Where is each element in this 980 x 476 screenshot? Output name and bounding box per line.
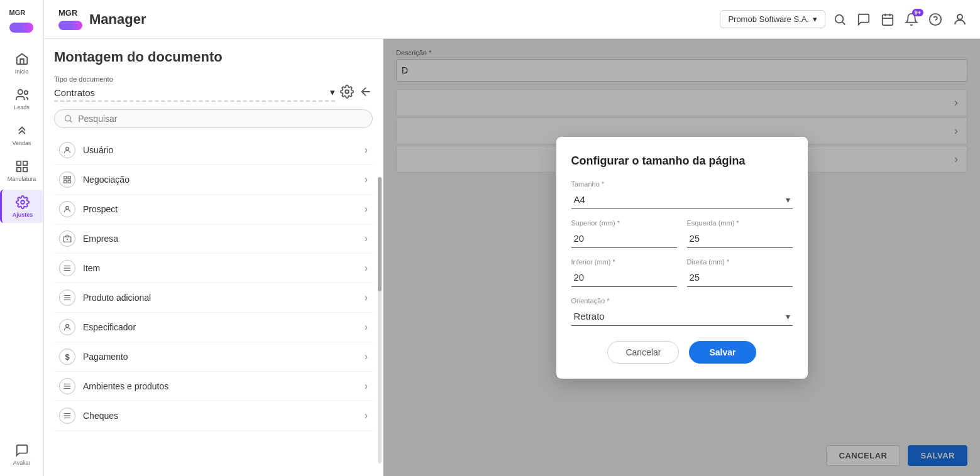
modal-direita-label: Direita (mm) *	[687, 258, 793, 266]
expand-icon: ›	[365, 174, 368, 185]
list-item[interactable]: Negociação ›	[54, 165, 373, 195]
svg-rect-3	[23, 161, 26, 165]
avaliar-icon	[14, 443, 30, 458]
modal-margins-bottom-row: Inferior (mm) * Direita (mm) *	[571, 258, 793, 287]
app-title: Manager	[89, 11, 146, 28]
modal-esquerda-input[interactable]	[687, 229, 793, 248]
modal-size-select[interactable]: A4 A3 Letter Legal	[571, 190, 793, 209]
modal-orientation-wrapper: Retrato Paisagem ▾	[571, 307, 793, 326]
sidebar-label-ajustes: Ajustes	[13, 212, 33, 218]
svg-rect-17	[68, 180, 70, 183]
user-profile-button[interactable]	[952, 12, 967, 27]
svg-rect-2	[16, 161, 20, 165]
list-item[interactable]: Empresa ›	[54, 224, 373, 254]
home-icon	[14, 51, 30, 67]
page-title: Montagem do documento	[54, 49, 373, 65]
list-item[interactable]: Especificador ›	[54, 313, 373, 342]
modal-orientation-select[interactable]: Retrato Paisagem	[571, 307, 793, 326]
modal-superior-input[interactable]	[571, 229, 677, 248]
messages-button[interactable]	[857, 13, 871, 26]
sidebar-nav: Início Leads Vendas Manufatura Ajustes	[0, 46, 43, 223]
list-item[interactable]: Cheques ›	[54, 401, 373, 431]
scrollbar-thumb[interactable]	[378, 177, 382, 291]
expand-icon: ›	[365, 262, 368, 274]
sidebar-item-ajustes[interactable]: Ajustes	[0, 190, 43, 223]
list-item[interactable]: $ Pagamento ›	[54, 342, 373, 372]
svg-point-1	[24, 91, 27, 95]
modal-inferior-input[interactable]	[571, 268, 677, 287]
expand-icon: ›	[365, 351, 368, 362]
vendas-icon	[14, 123, 30, 138]
item-label-pagamento: Pagamento	[83, 352, 357, 362]
modal-esquerda-group: Esquerda (mm) *	[687, 219, 793, 248]
svg-point-28	[66, 324, 69, 327]
modal-title: Configurar o tamanho da página	[571, 154, 793, 168]
svg-point-12	[65, 116, 71, 121]
item-label-cheques: Cheques	[83, 411, 357, 421]
search-button[interactable]	[833, 13, 847, 26]
doc-type-value: Contratos	[54, 87, 95, 98]
doc-type-row: Contratos ▾	[54, 84, 373, 102]
modal-inferior-group: Inferior (mm) *	[571, 258, 677, 287]
page-content: Montagem do documento Tipo de documento …	[44, 39, 980, 476]
sidebar-item-avaliar[interactable]: Avaliar	[0, 438, 43, 471]
settings-icon[interactable]	[340, 85, 354, 102]
svg-rect-8	[883, 14, 893, 24]
expand-icon: ›	[365, 203, 368, 215]
svg-point-10	[957, 14, 962, 19]
sidebar-item-vendas[interactable]: Vendas	[0, 118, 43, 151]
back-icon[interactable]	[359, 85, 373, 102]
sidebar-item-manufatura[interactable]: Manufatura	[0, 154, 43, 187]
expand-icon: ›	[365, 292, 368, 303]
sidebar-logo: MGR	[7, 6, 37, 36]
topbar: MGR Manager Promob Software S.A. ▾ 9+	[44, 0, 980, 39]
scrollbar-track	[378, 177, 382, 463]
company-name: Promob Software S.A.	[728, 14, 809, 24]
sidebar-item-inicio[interactable]: Início	[0, 46, 43, 80]
item-label-ambientes: Ambientes e produtos	[83, 381, 357, 391]
left-panel: Montagem do documento Tipo de documento …	[44, 39, 383, 476]
company-selector[interactable]: Promob Software S.A. ▾	[720, 10, 825, 28]
item-icon	[59, 260, 75, 276]
pagamento-icon: $	[59, 349, 75, 365]
ajustes-icon	[15, 195, 30, 210]
list-item[interactable]: Ambientes e produtos ›	[54, 372, 373, 401]
list-item[interactable]: Usuário ›	[54, 136, 373, 165]
right-panel: Descrição * D › › ›	[383, 39, 980, 476]
modal-esquerda-label: Esquerda (mm) *	[687, 219, 793, 227]
notifications-button[interactable]: 9+	[905, 13, 918, 26]
svg-rect-5	[23, 168, 26, 171]
list-item[interactable]: Produto adicional ›	[54, 283, 373, 313]
svg-rect-16	[64, 180, 67, 183]
list-item[interactable]: Item ›	[54, 254, 373, 283]
modal-inferior-label: Inferior (mm) *	[571, 258, 677, 266]
expand-icon: ›	[365, 322, 368, 333]
topbar-logo-mgr: MGR	[58, 8, 77, 18]
item-label-empresa: Empresa	[83, 234, 357, 244]
main-container: MGR Manager Promob Software S.A. ▾ 9+	[44, 0, 980, 476]
expand-icon: ›	[365, 381, 368, 392]
sidebar-label-manufatura: Manufatura	[8, 176, 36, 182]
sidebar-item-leads[interactable]: Leads	[0, 82, 43, 116]
modal-cancel-button[interactable]: Cancelar	[607, 341, 679, 364]
calendar-button[interactable]	[881, 13, 895, 26]
topbar-icons: 9+	[833, 12, 967, 27]
svg-rect-14	[64, 176, 67, 179]
help-button[interactable]	[928, 13, 942, 26]
topbar-logo: MGR Manager	[57, 6, 146, 33]
search-icon	[63, 114, 73, 124]
svg-point-0	[18, 90, 22, 94]
modal-size-group: Tamanho * A4 A3 Letter Legal ▾	[571, 180, 793, 209]
doc-type-select[interactable]: Contratos ▾	[54, 84, 335, 102]
sidebar: MGR Início Leads Vendas Manufa	[0, 0, 44, 476]
ambientes-icon	[59, 378, 75, 394]
modal-direita-input[interactable]	[687, 268, 793, 287]
modal-superior-label: Superior (mm) *	[571, 219, 677, 227]
item-label-especificador: Especificador	[83, 322, 357, 332]
svg-point-13	[66, 147, 69, 150]
search-input[interactable]	[78, 114, 363, 124]
notifications-badge: 9+	[912, 9, 923, 16]
list-item[interactable]: Prospect ›	[54, 195, 373, 224]
modal-save-button[interactable]: Salvar	[689, 341, 756, 364]
logo-mgr-text: MGR	[9, 9, 26, 16]
